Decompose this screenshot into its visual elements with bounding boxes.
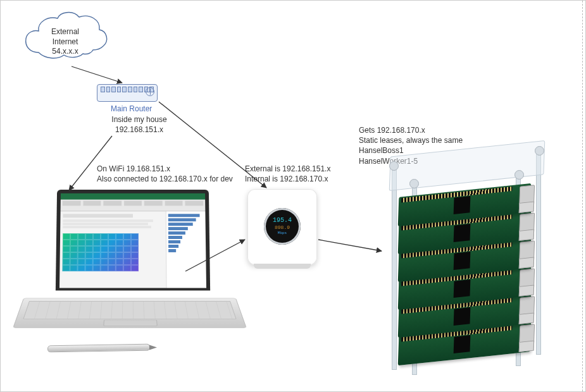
router-device xyxy=(97,84,158,102)
laptop-screen xyxy=(56,190,210,291)
cloud-line2: Internet xyxy=(21,37,109,47)
stylus-pen xyxy=(47,344,150,353)
excel-bar-chart-icon xyxy=(166,211,206,290)
router-note-line1: Inside my house xyxy=(104,114,174,125)
ap-display-main: 195.4 xyxy=(273,217,292,224)
cloud-line3: 54.x.x.x xyxy=(21,47,109,57)
laptop-device xyxy=(12,189,246,347)
ap-display-unit: Mbps xyxy=(278,231,287,236)
raspberry-pi-cluster xyxy=(384,147,561,381)
access-point-display: 195.4 898.9 Mbps xyxy=(264,208,301,245)
laptop-keyboard xyxy=(13,298,247,328)
diagram-canvas: External Internet 54.x.x.x Main Router I… xyxy=(0,0,586,392)
access-point-device: 195.4 898.9 Mbps xyxy=(247,189,317,265)
cloud-line1: External xyxy=(21,27,109,37)
cloud-external-internet: External Internet 54.x.x.x xyxy=(21,11,109,69)
laptop-network-note: On WiFi 19.168.151.x Also connected to 1… xyxy=(97,164,233,184)
router-note-line2: 192.168.151.x xyxy=(104,125,174,135)
excel-heatmap-icon xyxy=(62,233,139,271)
router-note: Inside my house 192.168.151.x xyxy=(104,114,174,135)
router-status-icon xyxy=(146,87,154,96)
arrow-ap-to-cluster xyxy=(318,240,382,251)
access-point-note: External is 192.168.151.x Internal is 19… xyxy=(245,164,330,184)
router-label: Main Router xyxy=(111,104,152,114)
ap-display-sub: 898.9 xyxy=(275,224,290,230)
canvas-right-margin xyxy=(582,1,583,391)
